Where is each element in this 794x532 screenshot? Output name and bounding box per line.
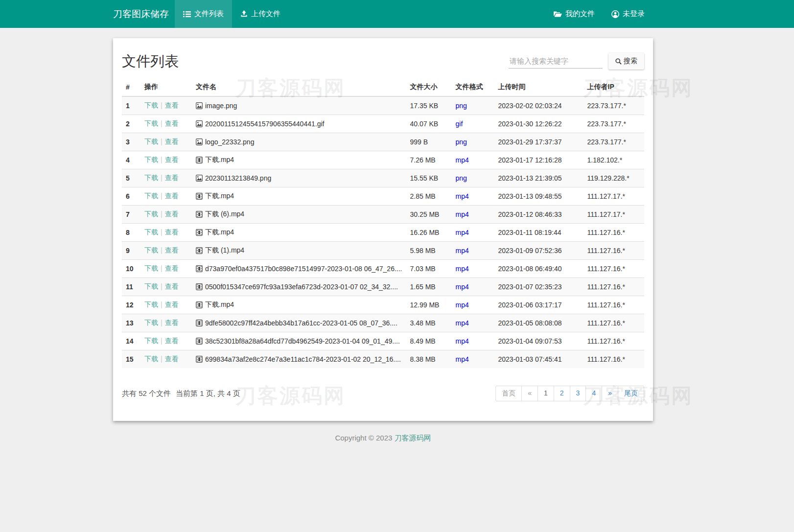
format-link[interactable]: gif xyxy=(456,120,463,128)
row-index: 11 xyxy=(122,278,140,296)
column-header: 文件格式 xyxy=(452,78,494,96)
download-link[interactable]: 下载 xyxy=(144,138,158,145)
format-link[interactable]: mp4 xyxy=(456,355,469,363)
view-link[interactable]: 查看 xyxy=(165,119,179,127)
table-row: 11下载|查看0500f015347ce697fc93a193efa6723d-… xyxy=(122,278,644,296)
row-filename: 9dfe58002c97ff42a4bebb34b17a61cc-2023-01… xyxy=(192,314,406,332)
table-row: 6下载|查看下载.mp42.85 MBmp42023-01-13 09:48:5… xyxy=(122,187,644,206)
row-actions: 下载|查看 xyxy=(140,278,192,296)
download-link[interactable]: 下载 xyxy=(144,119,158,127)
row-upload-time: 2023-02-02 02:03:24 xyxy=(494,96,584,115)
file-name-text: 下载.mp4 xyxy=(205,156,234,164)
row-index: 10 xyxy=(122,260,140,278)
column-header: 上传时间 xyxy=(494,78,584,96)
row-upload-time: 2023-01-17 12:16:28 xyxy=(494,151,584,169)
row-filename: 699834a73af2e8c274e7a3e11ac1c784-2023-01… xyxy=(192,350,406,369)
download-link[interactable]: 下载 xyxy=(144,246,158,254)
table-row: 4下载|查看下载.mp47.26 MBmp42023-01-17 12:16:2… xyxy=(122,151,644,169)
download-link[interactable]: 下载 xyxy=(144,101,158,109)
row-actions: 下载|查看 xyxy=(140,296,192,314)
view-link[interactable]: 查看 xyxy=(165,264,179,272)
nav-item-my-files[interactable]: 我的文件 xyxy=(545,0,603,28)
view-link[interactable]: 查看 xyxy=(165,337,179,345)
pagination-item[interactable]: 2 xyxy=(554,386,570,401)
search-input[interactable] xyxy=(509,54,603,69)
row-upload-time: 2023-01-07 02:35:23 xyxy=(494,278,584,296)
view-link[interactable]: 查看 xyxy=(165,210,179,218)
view-link[interactable]: 查看 xyxy=(165,101,179,109)
view-link[interactable]: 查看 xyxy=(165,319,179,326)
image-file-icon xyxy=(196,139,203,145)
search-button[interactable]: 搜索 xyxy=(608,53,644,69)
row-upload-time: 2023-01-08 06:49:40 xyxy=(494,260,584,278)
view-link[interactable]: 查看 xyxy=(165,174,179,182)
download-link[interactable]: 下载 xyxy=(144,228,158,236)
action-separator: | xyxy=(161,246,163,254)
folder-icon xyxy=(554,11,562,18)
file-count-summary: 共有 52 个文件当前第 1 页, 共 4 页 xyxy=(122,389,240,398)
download-link[interactable]: 下载 xyxy=(144,210,158,218)
pagination-item[interactable]: 3 xyxy=(570,386,586,401)
row-filename: logo_22332.png xyxy=(192,133,406,151)
view-link[interactable]: 查看 xyxy=(165,282,179,290)
format-link[interactable]: png xyxy=(456,102,467,110)
nav-item-upload[interactable]: 上传文件 xyxy=(232,0,289,28)
download-link[interactable]: 下载 xyxy=(144,264,158,272)
file-name-text: 38c52301bf8a28a64dfcd77db4962549-2023-01… xyxy=(205,337,400,345)
action-separator: | xyxy=(161,319,163,326)
format-link[interactable]: mp4 xyxy=(456,283,469,291)
download-link[interactable]: 下载 xyxy=(144,192,158,200)
pagination-item[interactable]: 4 xyxy=(585,386,602,401)
row-actions: 下载|查看 xyxy=(140,260,192,278)
format-link[interactable]: mp4 xyxy=(456,210,469,218)
nav-item-file-list[interactable]: 文件列表 xyxy=(175,0,232,28)
user-icon xyxy=(611,10,619,18)
row-index: 8 xyxy=(122,224,140,242)
format-link[interactable]: mp4 xyxy=(456,156,469,164)
view-link[interactable]: 查看 xyxy=(165,228,179,236)
download-link[interactable]: 下载 xyxy=(144,301,158,308)
download-link[interactable]: 下载 xyxy=(144,174,158,182)
row-filesize: 5.98 MB xyxy=(406,242,452,260)
format-link[interactable]: mp4 xyxy=(456,337,469,345)
view-link[interactable]: 查看 xyxy=(165,301,179,308)
download-link[interactable]: 下载 xyxy=(144,355,158,363)
download-link[interactable]: 下载 xyxy=(144,156,158,163)
format-link[interactable]: png xyxy=(456,174,467,182)
format-link[interactable]: mp4 xyxy=(456,192,469,200)
format-link[interactable]: mp4 xyxy=(456,265,469,273)
format-link[interactable]: mp4 xyxy=(456,229,469,236)
row-format: mp4 xyxy=(452,278,494,296)
format-link[interactable]: mp4 xyxy=(456,247,469,254)
view-link[interactable]: 查看 xyxy=(165,156,179,163)
download-link[interactable]: 下载 xyxy=(144,337,158,345)
format-link[interactable]: mp4 xyxy=(456,301,469,309)
row-upload-time: 2023-01-03 07:45:41 xyxy=(494,350,584,369)
format-link[interactable]: png xyxy=(456,138,467,146)
table-header-row: #操作文件名文件大小文件格式上传时间上传者IP xyxy=(122,78,644,96)
row-format: mp4 xyxy=(452,187,494,206)
row-index: 9 xyxy=(122,242,140,260)
view-link[interactable]: 查看 xyxy=(165,355,179,363)
row-format: png xyxy=(452,133,494,151)
row-filesize: 7.03 MB xyxy=(406,260,452,278)
row-index: 6 xyxy=(122,187,140,206)
copyright-link[interactable]: 刀客源码网 xyxy=(395,434,431,442)
download-link[interactable]: 下载 xyxy=(144,319,158,326)
column-header: # xyxy=(122,78,140,96)
action-separator: | xyxy=(161,138,163,145)
row-actions: 下载|查看 xyxy=(140,314,192,332)
row-filename: 0500f015347ce697fc93a193efa6723d-2023-01… xyxy=(192,278,406,296)
table-row: 5下载|查看20230113213849.png15.55 KBpng2023-… xyxy=(122,169,644,187)
format-link[interactable]: mp4 xyxy=(456,319,469,327)
row-index: 1 xyxy=(122,96,140,115)
pagination-item[interactable]: » xyxy=(602,386,618,401)
pagination-item[interactable]: 尾页 xyxy=(618,386,644,401)
nav-item-label: 上传文件 xyxy=(251,9,280,19)
view-link[interactable]: 查看 xyxy=(165,192,179,200)
nav-item-login-status[interactable]: 未登录 xyxy=(603,0,653,28)
view-link[interactable]: 查看 xyxy=(165,138,179,145)
row-filename: 下载.mp4 xyxy=(192,224,406,242)
view-link[interactable]: 查看 xyxy=(165,246,179,254)
download-link[interactable]: 下载 xyxy=(144,282,158,290)
